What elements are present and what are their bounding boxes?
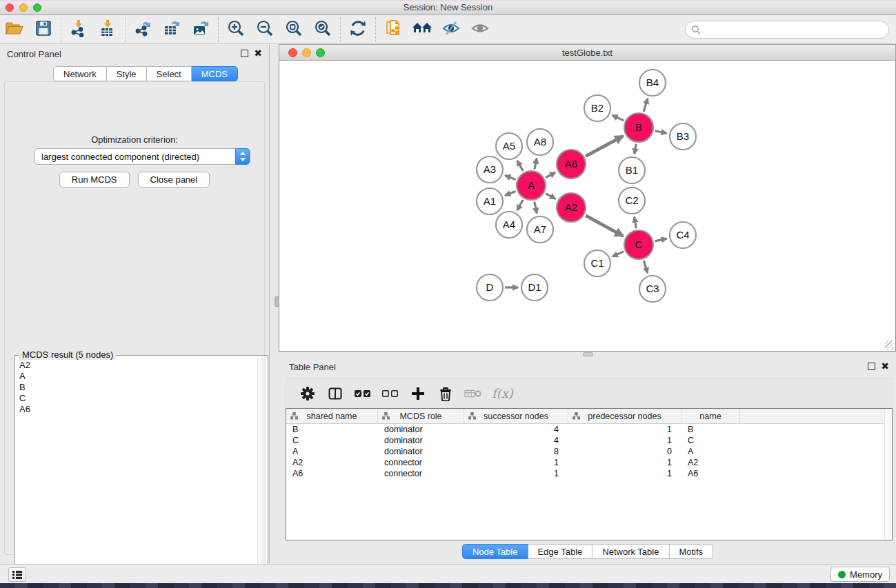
- column-header-successor-nodes[interactable]: successor nodes: [464, 409, 568, 423]
- eye-button[interactable]: [466, 17, 495, 42]
- table-cell[interactable]: B: [286, 424, 378, 435]
- table-cell[interactable]: A: [681, 446, 740, 457]
- open-session-button[interactable]: [0, 17, 29, 42]
- edge-A-A4[interactable]: [517, 200, 524, 210]
- table-scrollbar[interactable]: [884, 409, 892, 540]
- search-field[interactable]: [685, 21, 889, 39]
- export-image-button[interactable]: [186, 17, 215, 42]
- zoom-selected-button[interactable]: [308, 17, 337, 42]
- table-cell[interactable]: 1: [568, 435, 681, 446]
- delete-icon[interactable]: [437, 385, 455, 403]
- zoom-in-button[interactable]: [221, 17, 250, 42]
- task-history-button[interactable]: [8, 567, 26, 582]
- edge-A-A3[interactable]: [505, 176, 515, 180]
- edge-A-A8[interactable]: [535, 159, 537, 170]
- tab-network[interactable]: Network: [53, 66, 107, 81]
- mcds-result-item[interactable]: A6: [17, 404, 257, 415]
- column-header-name[interactable]: name: [681, 409, 740, 423]
- table-row[interactable]: A2connector11A2: [286, 457, 892, 468]
- table-cell[interactable]: 1: [568, 457, 681, 468]
- mcds-result-list[interactable]: A2ABCA6: [17, 360, 257, 586]
- import-table-button[interactable]: [93, 17, 122, 42]
- table-cell[interactable]: connector: [378, 468, 464, 479]
- table-row[interactable]: Bdominator41B: [286, 424, 892, 435]
- edge-A6-B[interactable]: [586, 136, 623, 156]
- tab-style[interactable]: Style: [107, 66, 147, 81]
- refresh-button[interactable]: [344, 17, 372, 42]
- edge-B-B1[interactable]: [635, 144, 636, 154]
- mcds-result-item[interactable]: A: [17, 371, 257, 382]
- tab-network-table[interactable]: Network Table: [593, 544, 669, 559]
- column-header-shared-name[interactable]: shared name: [286, 409, 378, 423]
- table-cell[interactable]: dominator: [378, 424, 464, 435]
- table-cell[interactable]: 1: [464, 457, 568, 468]
- tab-mcds[interactable]: MCDS: [192, 66, 238, 81]
- table-cell[interactable]: 4: [464, 424, 568, 435]
- network-canvas[interactable]: AA1A3A4A5A7A8A6A2BB1B2B3B4CC1C2C3C4DD1: [279, 61, 896, 352]
- edge-A-A2[interactable]: [546, 194, 555, 199]
- table-cell[interactable]: 0: [568, 446, 681, 457]
- table-float-panel-icon[interactable]: [868, 363, 875, 370]
- table-row[interactable]: Cdominator41C: [286, 435, 892, 446]
- table-cell[interactable]: 1: [464, 468, 568, 479]
- vertical-splitter-handle[interactable]: [275, 296, 279, 307]
- table-cell[interactable]: A6: [681, 468, 740, 479]
- edge-B-B2[interactable]: [613, 115, 624, 121]
- zoom-fit-button[interactable]: [279, 17, 308, 42]
- memory-button[interactable]: Memory: [830, 567, 890, 582]
- close-panel-button[interactable]: Close panel: [138, 172, 210, 187]
- column-header-predecessor-nodes[interactable]: predecessor nodes: [568, 409, 681, 423]
- table-cell[interactable]: A6: [286, 468, 378, 479]
- table-cell[interactable]: C: [286, 435, 378, 446]
- edge-C-C3[interactable]: [644, 261, 648, 273]
- table-cell[interactable]: connector: [378, 457, 464, 468]
- add-column-icon[interactable]: [409, 385, 427, 403]
- table-close-panel-icon[interactable]: ✖: [881, 361, 889, 372]
- window-resize-grip[interactable]: [885, 341, 894, 349]
- eye-slash-button[interactable]: [437, 17, 466, 42]
- save-session-button[interactable]: [29, 17, 58, 42]
- table-cell[interactable]: 1: [568, 468, 681, 479]
- edge-A-A1[interactable]: [505, 192, 515, 196]
- column-header-MCDS-role[interactable]: MCDS role: [378, 409, 464, 423]
- import-network-button[interactable]: [64, 17, 93, 42]
- table-cell[interactable]: C: [681, 435, 740, 446]
- table-cell[interactable]: A: [286, 446, 378, 457]
- float-panel-icon[interactable]: [241, 50, 248, 57]
- export-network-button[interactable]: [128, 17, 157, 42]
- edge-C-C1[interactable]: [613, 252, 624, 256]
- edge-C-C4[interactable]: [655, 239, 666, 241]
- deselect-all-icon[interactable]: [381, 385, 399, 403]
- zoom-out-button[interactable]: [250, 17, 279, 42]
- edge-B-B3[interactable]: [655, 131, 667, 133]
- tab-node-table[interactable]: Node Table: [462, 544, 528, 559]
- split-columns-icon[interactable]: [326, 385, 344, 403]
- table-cell[interactable]: dominator: [378, 435, 464, 446]
- mcds-result-item[interactable]: C: [17, 393, 257, 404]
- table-cell[interactable]: dominator: [378, 446, 464, 457]
- horizontal-splitter-handle[interactable]: [583, 352, 593, 356]
- node-table[interactable]: shared nameMCDS rolesuccessor nodesprede…: [286, 408, 893, 540]
- tab-edge-table[interactable]: Edge Table: [528, 544, 593, 559]
- table-cell[interactable]: 1: [568, 424, 681, 435]
- gear-icon[interactable]: [299, 385, 317, 403]
- mcds-result-item[interactable]: A2: [17, 360, 257, 371]
- clone-network-button[interactable]: [379, 17, 408, 42]
- table-cell[interactable]: A2: [681, 457, 740, 468]
- edge-A-A7[interactable]: [535, 202, 537, 214]
- mcds-list-scrollbar[interactable]: [257, 357, 266, 586]
- export-table-button[interactable]: [157, 17, 186, 42]
- table-cell[interactable]: A2: [286, 457, 378, 468]
- tab-motifs[interactable]: Motifs: [669, 544, 713, 559]
- table-cell[interactable]: 4: [464, 435, 568, 446]
- run-mcds-button[interactable]: Run MCDS: [59, 172, 130, 187]
- network-window-titlebar[interactable]: testGlobe.txt: [279, 44, 896, 61]
- table-cell[interactable]: 8: [464, 446, 568, 457]
- network-graph[interactable]: AA1A3A4A5A7A8A6A2BB1B2B3B4CC1C2C3C4DD1: [279, 61, 895, 351]
- select-all-icon[interactable]: [354, 385, 372, 403]
- houses-button[interactable]: [408, 17, 437, 42]
- edge-A-A5[interactable]: [517, 161, 524, 171]
- tab-select[interactable]: Select: [147, 66, 192, 81]
- optimization-criterion-select[interactable]: largest connected component (directed): [34, 148, 250, 165]
- edge-A2-C[interactable]: [586, 216, 623, 236]
